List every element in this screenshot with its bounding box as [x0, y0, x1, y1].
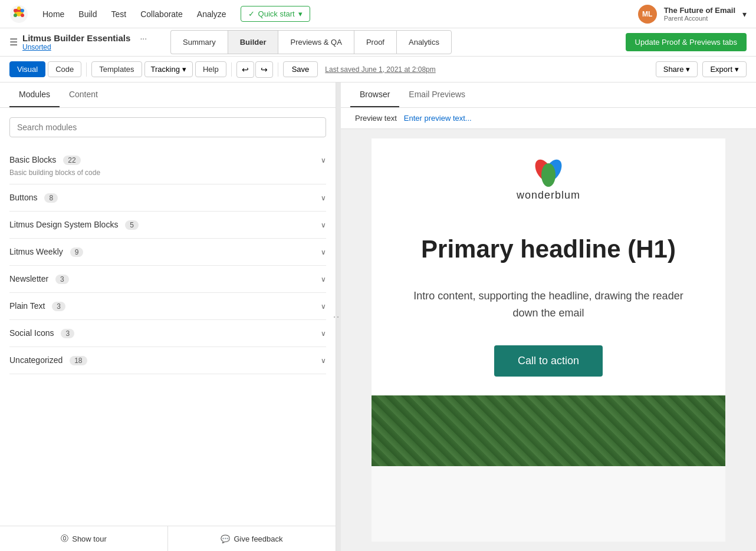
export-chevron-icon: ▾ — [735, 65, 739, 74]
tab-analytics[interactable]: Analytics — [396, 30, 452, 54]
tracking-button[interactable]: Tracking ▾ — [144, 61, 193, 77]
chevron-down-icon: ∨ — [321, 302, 326, 311]
nav-collaborate[interactable]: Collaborate — [140, 9, 183, 19]
content-tab[interactable]: Content — [60, 83, 107, 107]
feedback-icon: 💬 — [221, 534, 230, 543]
email-intro-section: Intro content, supporting the headline, … — [372, 278, 725, 331]
sidebar-toggle-icon[interactable]: ☰ — [9, 37, 22, 48]
chevron-down-icon: ∨ — [321, 329, 326, 338]
svg-point-5 — [21, 14, 24, 17]
main-layout: Modules Content Basic Blocks 22 ∨ Basic … — [0, 83, 756, 551]
show-tour-button[interactable]: ⓪ Show tour — [0, 526, 168, 551]
project-options-button[interactable]: ··· — [140, 34, 147, 43]
module-group-buttons-header[interactable]: Buttons 8 ∨ — [9, 184, 326, 211]
litmus-logo[interactable] — [9, 5, 28, 24]
module-group-newsletter-title: Newsletter — [9, 274, 48, 283]
give-feedback-button[interactable]: 💬 Give feedback — [168, 526, 336, 551]
module-group-plain-text-title: Plain Text — [9, 301, 45, 311]
update-proof-previews-button[interactable]: Update Proof & Previews tabs — [626, 33, 747, 51]
toolbar-divider-2 — [231, 62, 232, 77]
email-headline-text: Primary headline (H1) — [395, 235, 702, 264]
browser-tab[interactable]: Browser — [350, 83, 399, 107]
module-group-litmus-design-header[interactable]: Litmus Design System Blocks 5 ∨ — [9, 212, 326, 238]
svg-point-8 — [541, 163, 556, 187]
chevron-down-icon: ∨ — [321, 194, 326, 202]
module-group-plain-text: Plain Text 3 ∨ — [9, 293, 326, 320]
project-header: Litmus Builder Essentials ··· Unsorted — [22, 33, 156, 51]
email-logo-section: wonderblum — [372, 138, 725, 220]
nav-analyze[interactable]: Analyze — [197, 9, 226, 19]
brand-logo: wonderblum — [395, 157, 702, 202]
templates-button[interactable]: Templates — [91, 61, 142, 77]
tracking-chevron-icon: ▾ — [182, 65, 186, 74]
module-group-newsletter: Newsletter 3 ∨ — [9, 266, 326, 293]
tab-proof[interactable]: Proof — [354, 30, 396, 54]
account-name: The Future of Email — [664, 6, 735, 15]
module-group-basic-blocks-title: Basic Blocks — [9, 155, 56, 164]
module-group-newsletter-header[interactable]: Newsletter 3 ∨ — [9, 266, 326, 292]
nav-links: Home Build Test Collaborate Analyze — [42, 9, 226, 19]
module-group-litmus-weekly-count: 9 — [70, 248, 84, 257]
avatar[interactable]: ML — [638, 5, 657, 24]
module-group-social-icons: Social Icons 3 ∨ — [9, 320, 326, 347]
right-panel: Browser Email Previews Preview text Ente… — [341, 83, 756, 551]
module-group-litmus-weekly-title: Litmus Weekly — [9, 247, 63, 256]
module-group-social-icons-count: 3 — [61, 329, 74, 338]
email-previews-tab[interactable]: Email Previews — [399, 83, 475, 107]
svg-point-1 — [14, 9, 17, 12]
secondary-tab-group: Summary Builder Previews & QA Proof Anal… — [170, 30, 452, 54]
nav-test[interactable]: Test — [111, 9, 127, 19]
left-panel: Modules Content Basic Blocks 22 ∨ Basic … — [0, 83, 336, 551]
search-modules-input[interactable] — [9, 117, 326, 137]
project-title: Litmus Builder Essentials — [22, 33, 130, 43]
email-cta-button[interactable]: Call to action — [494, 345, 603, 377]
email-cta-section: Call to action — [372, 331, 725, 395]
module-group-basic-blocks-count: 22 — [63, 156, 80, 165]
preview-text-label: Preview text — [355, 114, 397, 123]
quick-start-button[interactable]: ✓ Quick start ▾ — [241, 6, 310, 22]
module-group-uncategorized-header[interactable]: Uncategorized 18 ∨ — [9, 347, 326, 374]
module-group-basic-blocks-desc: Basic building blocks of code — [9, 169, 326, 184]
module-group-plain-text-header[interactable]: Plain Text 3 ∨ — [9, 293, 326, 319]
panel-tabs: Modules Content — [0, 83, 336, 108]
account-chevron-icon[interactable]: ▾ — [742, 9, 747, 19]
redo-button[interactable]: ↪ — [255, 61, 273, 78]
nav-build[interactable]: Build — [78, 9, 97, 19]
module-group-newsletter-count: 3 — [55, 275, 69, 284]
svg-point-4 — [14, 14, 17, 17]
share-button[interactable]: Share ▾ — [656, 61, 698, 77]
module-group-social-icons-header[interactable]: Social Icons 3 ∨ — [9, 320, 326, 347]
tab-previews-qa[interactable]: Previews & QA — [278, 30, 353, 54]
fern-background-image — [372, 395, 725, 466]
chevron-down-icon: ∨ — [321, 357, 326, 365]
tab-summary[interactable]: Summary — [170, 30, 228, 54]
nav-right: ML The Future of Email Parent Account ▾ — [638, 5, 747, 24]
help-button[interactable]: Help — [195, 61, 226, 77]
toolbar: Visual Code Templates Tracking ▾ Help ↩ … — [0, 57, 756, 83]
tab-builder[interactable]: Builder — [228, 30, 278, 54]
module-group-litmus-design-title: Litmus Design System Blocks — [9, 220, 118, 229]
code-mode-button[interactable]: Code — [48, 61, 81, 77]
module-group-uncategorized: Uncategorized 18 ∨ — [9, 347, 326, 374]
preview-bar: Preview text Enter preview text... — [341, 108, 756, 129]
export-button[interactable]: Export ▾ — [702, 61, 747, 77]
panel-resizer[interactable]: ⋮ — [336, 83, 341, 551]
module-group-buttons: Buttons 8 ∨ — [9, 184, 326, 212]
brand-name: wonderblum — [517, 189, 580, 202]
logo-petals — [531, 157, 566, 187]
modules-tab[interactable]: Modules — [9, 83, 60, 107]
module-group-buttons-count: 8 — [44, 193, 58, 203]
nav-home[interactable]: Home — [42, 9, 64, 19]
module-group-uncategorized-count: 18 — [70, 356, 87, 365]
save-button[interactable]: Save — [283, 61, 318, 77]
undo-button[interactable]: ↩ — [236, 61, 254, 78]
preview-text-input[interactable]: Enter preview text... — [404, 114, 472, 123]
module-group-basic-blocks: Basic Blocks 22 ∨ Basic building blocks … — [9, 147, 326, 184]
email-preview-area: wonderblum Primary headline (H1) Intro c… — [341, 129, 756, 551]
project-folder-link[interactable]: Unsorted — [22, 43, 156, 51]
right-panel-tabs: Browser Email Previews — [341, 83, 756, 108]
check-icon: ✓ — [248, 9, 255, 18]
module-group-litmus-weekly-header[interactable]: Litmus Weekly 9 ∨ — [9, 239, 326, 265]
secondary-navigation: ☰ Litmus Builder Essentials ··· Unsorted… — [0, 28, 756, 57]
visual-mode-button[interactable]: Visual — [9, 61, 45, 77]
